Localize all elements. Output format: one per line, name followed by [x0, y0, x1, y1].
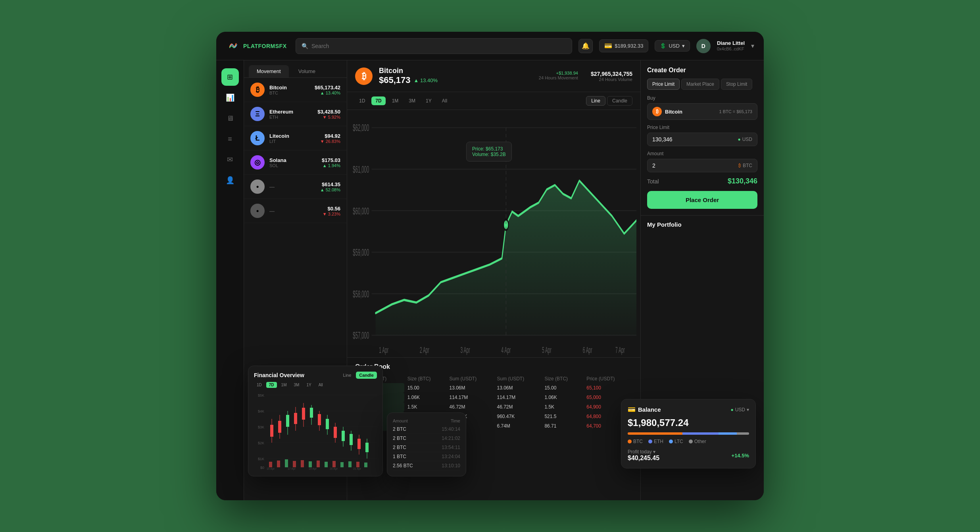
- buy-sum: 960.47K: [494, 412, 541, 421]
- svg-rect-66: [325, 462, 328, 467]
- svg-rect-46: [318, 414, 321, 425]
- sidebar-item-grid[interactable]: ⊞: [221, 68, 239, 86]
- create-order-section: Create Order Price Limit Market Place St…: [641, 60, 764, 216]
- eth-change: ▼ 5.92%: [317, 115, 340, 120]
- svg-text:19 Apr: 19 Apr: [309, 467, 317, 470]
- list-item-coin6[interactable]: ● — $0.56 ▼ 3.23%: [244, 199, 347, 223]
- tab-movement[interactable]: Movement: [249, 65, 289, 77]
- svg-rect-52: [342, 431, 345, 441]
- eth-dot: [648, 439, 652, 443]
- svg-rect-58: [365, 443, 369, 452]
- sidebar-item-mail[interactable]: ✉: [221, 151, 239, 168]
- col-sum-usdt-buy: Sum (USDT): [494, 374, 541, 383]
- tab-volume[interactable]: Volume: [290, 65, 323, 77]
- svg-rect-42: [302, 408, 305, 420]
- amount-input[interactable]: [652, 162, 738, 169]
- list-item-coin5[interactable]: ● — $614.35 ▲ 52.08%: [244, 175, 347, 199]
- tab-price-limit[interactable]: Price Limit: [647, 79, 680, 90]
- balance-currency[interactable]: ● USD ▾: [730, 407, 749, 412]
- place-order-button[interactable]: Place Order: [647, 191, 757, 209]
- legend-ltc: LTC: [669, 439, 683, 444]
- sidebar-item-monitor[interactable]: 🖥: [221, 110, 239, 127]
- sidebar-item-chart[interactable]: 📊: [221, 89, 239, 106]
- list-item-sol[interactable]: ◎ Solana SOL $175.03 ▲ 1.94%: [244, 150, 347, 175]
- profit-label[interactable]: Profit today ▾: [628, 449, 659, 455]
- time-btn-all[interactable]: All: [438, 96, 451, 105]
- fo-time-1y[interactable]: 1Y: [304, 382, 314, 388]
- rt-amount: 2.56 BTC: [393, 463, 413, 468]
- balance-title: 💳 Balance: [628, 406, 661, 413]
- coin5-price-area: $614.35 ▲ 52.08%: [320, 181, 340, 192]
- time-btn-1m[interactable]: 1M: [388, 96, 403, 105]
- balance-amount: $1,980,577.24: [628, 417, 749, 428]
- currency-selector[interactable]: 💲 USD ▾: [655, 40, 690, 52]
- balance-bar-btc: [628, 432, 682, 435]
- fo-time-7d[interactable]: 7D: [266, 382, 277, 388]
- fo-time-all[interactable]: All: [316, 382, 326, 388]
- fo-time-1m[interactable]: 1M: [279, 382, 290, 388]
- list-item-btc[interactable]: ₿ Bitcoin BTC $65,173.42 ▲ 13.40%: [244, 78, 347, 102]
- time-btn-7d[interactable]: 7D: [371, 96, 385, 105]
- tooltip-price: Price: $65,173: [472, 146, 506, 152]
- price-suffix: ● USD: [738, 137, 752, 142]
- ltc-icon: Ł: [250, 131, 265, 145]
- svg-rect-50: [334, 427, 337, 438]
- time-btn-1d[interactable]: 1D: [355, 96, 369, 105]
- coin-select[interactable]: ₿ Bitcoin 1 BTC = $65,173: [647, 103, 757, 120]
- svg-rect-38: [286, 415, 289, 427]
- price-limit-input[interactable]: [652, 136, 738, 143]
- fo-tab-candle[interactable]: Candle: [356, 372, 377, 379]
- list-item-eth[interactable]: Ξ Ethereum ETH $3,428.50 ▼ 5.92%: [244, 102, 347, 126]
- buy-sum: 46.72M: [494, 402, 541, 412]
- btc-price-area: $65,173.42 ▲ 13.40%: [315, 85, 340, 95]
- eth-details: Ethereum ETH: [269, 109, 313, 120]
- btc-dot: [628, 439, 632, 443]
- list-item-ltc[interactable]: Ł Litecoin LIT $94.92 ▼ 26.83%: [244, 126, 347, 150]
- coin5-details: —: [269, 184, 315, 190]
- sidebar-item-list[interactable]: ≡: [221, 130, 239, 148]
- list-item[interactable]: 2.56 BTC 13:10:10: [393, 461, 460, 470]
- bitcoin-change-pct: ▲ 13.40%: [414, 77, 438, 83]
- chevron-down-icon-user[interactable]: ▾: [751, 42, 754, 50]
- list-item[interactable]: 2 BTC 14:21:02: [393, 434, 460, 443]
- svg-rect-48: [326, 419, 329, 429]
- tab-stop-limit[interactable]: Stop Limit: [721, 79, 752, 90]
- avatar: D: [696, 39, 711, 53]
- list-item[interactable]: 2 BTC 13:54:11: [393, 443, 460, 452]
- bitcoin-chart-icon: ₿: [355, 67, 373, 85]
- sell-sum: 13.06M: [446, 383, 494, 393]
- sidebar-item-users[interactable]: 👤: [221, 172, 239, 189]
- price-limit-field[interactable]: ● USD: [647, 133, 757, 146]
- svg-text:7 Apr: 7 Apr: [615, 345, 625, 355]
- table-row[interactable]: 65,100 15.00 13.06M 13.06M 15.00 65,100: [355, 383, 632, 393]
- svg-rect-67: [332, 461, 336, 467]
- fo-time-bar: 1D 7D 1M 3M 1Y All: [254, 382, 377, 388]
- bitcoin-title-area: Bitcoin $65,173 ▲ 13.40%: [379, 67, 438, 85]
- notification-bell[interactable]: 🔔: [578, 39, 593, 53]
- fo-time-1d[interactable]: 1D: [254, 382, 265, 388]
- balance-value: $189,932.33: [615, 43, 643, 49]
- search-bar[interactable]: 🔍: [296, 38, 572, 54]
- view-btn-line[interactable]: Line: [586, 96, 605, 106]
- other-dot: [689, 439, 693, 443]
- list-item[interactable]: 2 BTC 15:40:14: [393, 425, 460, 434]
- table-row[interactable]: 65,000 1.06K 114.17M 114.17M 1.06K 65,00…: [355, 393, 632, 402]
- fo-tab-line[interactable]: Line: [340, 372, 355, 379]
- list-item[interactable]: 1 BTC 13:24:04: [393, 452, 460, 461]
- fo-time-3m[interactable]: 3M: [291, 382, 302, 388]
- ltc-details: Litecoin LIT: [269, 133, 315, 144]
- buy-size: 15.00: [541, 383, 583, 393]
- search-input[interactable]: [311, 43, 566, 49]
- tooltip-volume-value: $35.2B: [491, 152, 506, 157]
- rt-amount: 2 BTC: [393, 436, 406, 441]
- table-row[interactable]: 64,900 1.5K 46.72M 46.72M 1.5K 64,900: [355, 402, 632, 412]
- time-btn-1y[interactable]: 1Y: [422, 96, 436, 105]
- legend-other: Other: [689, 439, 706, 444]
- svg-text:$57,000: $57,000: [353, 330, 369, 341]
- view-btn-candle[interactable]: Candle: [607, 96, 632, 106]
- coin6-price-area: $0.56 ▼ 3.23%: [323, 206, 340, 216]
- time-btn-3m[interactable]: 3M: [405, 96, 419, 105]
- tab-market-place[interactable]: Market Place: [681, 79, 719, 90]
- recent-trades-widget: Amount Time 2 BTC 15:40:14 2 BTC 14:21:0…: [387, 412, 466, 476]
- amount-field[interactable]: ₿ BTC: [647, 159, 757, 172]
